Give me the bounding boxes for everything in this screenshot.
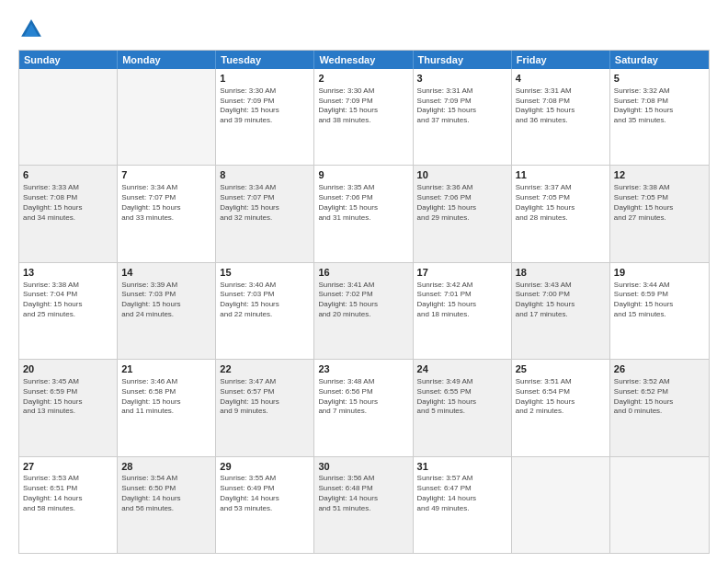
day-number: 18 <box>516 266 606 280</box>
cell-info: Sunrise: 3:37 AM Sunset: 7:05 PM Dayligh… <box>516 183 606 223</box>
calendar-cell: 16Sunrise: 3:41 AM Sunset: 7:02 PM Dayli… <box>314 263 413 359</box>
day-number: 25 <box>516 362 606 376</box>
calendar-cell: 29Sunrise: 3:55 AM Sunset: 6:49 PM Dayli… <box>216 457 314 553</box>
cell-info: Sunrise: 3:55 AM Sunset: 6:49 PM Dayligh… <box>220 474 310 513</box>
day-number: 19 <box>614 266 705 280</box>
calendar-cell: 15Sunrise: 3:40 AM Sunset: 7:03 PM Dayli… <box>216 263 314 359</box>
page: SundayMondayTuesdayWednesdayThursdayFrid… <box>0 0 728 563</box>
calendar-cell <box>512 457 610 553</box>
cell-info: Sunrise: 3:38 AM Sunset: 7:05 PM Dayligh… <box>614 183 705 223</box>
day-number: 30 <box>318 460 408 474</box>
cell-info: Sunrise: 3:31 AM Sunset: 7:08 PM Dayligh… <box>516 86 606 126</box>
day-number: 14 <box>121 266 211 280</box>
day-number: 31 <box>417 460 507 474</box>
cell-info: Sunrise: 3:30 AM Sunset: 7:09 PM Dayligh… <box>220 86 310 126</box>
cell-info: Sunrise: 3:44 AM Sunset: 6:59 PM Dayligh… <box>614 281 705 320</box>
weekday-header-sunday: Sunday <box>19 51 118 69</box>
calendar-cell <box>118 69 216 165</box>
calendar-cell: 20Sunrise: 3:45 AM Sunset: 6:59 PM Dayli… <box>19 360 118 455</box>
calendar-body: 1Sunrise: 3:30 AM Sunset: 7:09 PM Daylig… <box>19 69 709 553</box>
calendar-cell: 9Sunrise: 3:35 AM Sunset: 7:06 PM Daylig… <box>314 166 413 261</box>
cell-info: Sunrise: 3:36 AM Sunset: 7:06 PM Dayligh… <box>417 183 507 223</box>
calendar-cell: 13Sunrise: 3:38 AM Sunset: 7:04 PM Dayli… <box>19 263 118 359</box>
calendar-row-1: 6Sunrise: 3:33 AM Sunset: 7:08 PM Daylig… <box>19 165 709 261</box>
cell-info: Sunrise: 3:52 AM Sunset: 6:52 PM Dayligh… <box>614 377 705 417</box>
calendar-header: SundayMondayTuesdayWednesdayThursdayFrid… <box>19 51 709 69</box>
calendar: SundayMondayTuesdayWednesdayThursdayFrid… <box>18 50 710 554</box>
day-number: 11 <box>516 168 606 182</box>
calendar-cell: 18Sunrise: 3:43 AM Sunset: 7:00 PM Dayli… <box>512 263 610 359</box>
calendar-row-3: 20Sunrise: 3:45 AM Sunset: 6:59 PM Dayli… <box>19 359 709 455</box>
calendar-cell: 26Sunrise: 3:52 AM Sunset: 6:52 PM Dayli… <box>610 360 709 455</box>
day-number: 6 <box>23 168 113 182</box>
calendar-cell: 5Sunrise: 3:32 AM Sunset: 7:08 PM Daylig… <box>610 69 709 165</box>
calendar-cell: 2Sunrise: 3:30 AM Sunset: 7:09 PM Daylig… <box>314 69 413 165</box>
cell-info: Sunrise: 3:34 AM Sunset: 7:07 PM Dayligh… <box>121 183 211 223</box>
day-number: 4 <box>516 72 606 86</box>
cell-info: Sunrise: 3:34 AM Sunset: 7:07 PM Dayligh… <box>220 183 310 223</box>
cell-info: Sunrise: 3:32 AM Sunset: 7:08 PM Dayligh… <box>614 86 705 126</box>
day-number: 3 <box>417 72 507 86</box>
calendar-cell: 23Sunrise: 3:48 AM Sunset: 6:56 PM Dayli… <box>314 360 413 455</box>
cell-info: Sunrise: 3:31 AM Sunset: 7:09 PM Dayligh… <box>417 86 507 126</box>
logo <box>18 17 48 42</box>
day-number: 21 <box>121 362 211 376</box>
calendar-cell: 19Sunrise: 3:44 AM Sunset: 6:59 PM Dayli… <box>610 263 709 359</box>
calendar-cell: 1Sunrise: 3:30 AM Sunset: 7:09 PM Daylig… <box>216 69 314 165</box>
calendar-row-4: 27Sunrise: 3:53 AM Sunset: 6:51 PM Dayli… <box>19 456 709 553</box>
calendar-cell: 6Sunrise: 3:33 AM Sunset: 7:08 PM Daylig… <box>19 166 118 261</box>
cell-info: Sunrise: 3:38 AM Sunset: 7:04 PM Dayligh… <box>23 281 113 320</box>
calendar-cell: 7Sunrise: 3:34 AM Sunset: 7:07 PM Daylig… <box>118 166 216 261</box>
day-number: 29 <box>220 460 310 474</box>
weekday-header-wednesday: Wednesday <box>314 51 413 69</box>
day-number: 13 <box>23 266 113 280</box>
calendar-cell: 3Sunrise: 3:31 AM Sunset: 7:09 PM Daylig… <box>414 69 512 165</box>
day-number: 5 <box>614 72 705 86</box>
day-number: 9 <box>318 168 408 182</box>
cell-info: Sunrise: 3:47 AM Sunset: 6:57 PM Dayligh… <box>220 377 310 417</box>
cell-info: Sunrise: 3:40 AM Sunset: 7:03 PM Dayligh… <box>220 281 310 320</box>
cell-info: Sunrise: 3:45 AM Sunset: 6:59 PM Dayligh… <box>23 377 113 417</box>
day-number: 7 <box>121 168 211 182</box>
cell-info: Sunrise: 3:53 AM Sunset: 6:51 PM Dayligh… <box>23 474 113 513</box>
cell-info: Sunrise: 3:56 AM Sunset: 6:48 PM Dayligh… <box>318 474 408 513</box>
calendar-cell: 25Sunrise: 3:51 AM Sunset: 6:54 PM Dayli… <box>512 360 610 455</box>
day-number: 10 <box>417 168 507 182</box>
cell-info: Sunrise: 3:42 AM Sunset: 7:01 PM Dayligh… <box>417 281 507 320</box>
calendar-cell: 27Sunrise: 3:53 AM Sunset: 6:51 PM Dayli… <box>19 457 118 553</box>
cell-info: Sunrise: 3:51 AM Sunset: 6:54 PM Dayligh… <box>516 377 606 417</box>
day-number: 26 <box>614 362 705 376</box>
calendar-cell: 8Sunrise: 3:34 AM Sunset: 7:07 PM Daylig… <box>216 166 314 261</box>
weekday-header-monday: Monday <box>118 51 216 69</box>
day-number: 20 <box>23 362 113 376</box>
day-number: 8 <box>220 168 310 182</box>
cell-info: Sunrise: 3:43 AM Sunset: 7:00 PM Dayligh… <box>516 281 606 320</box>
cell-info: Sunrise: 3:35 AM Sunset: 7:06 PM Dayligh… <box>318 183 408 223</box>
logo-icon <box>18 17 44 42</box>
day-number: 24 <box>417 362 507 376</box>
cell-info: Sunrise: 3:54 AM Sunset: 6:50 PM Dayligh… <box>121 474 211 513</box>
cell-info: Sunrise: 3:33 AM Sunset: 7:08 PM Dayligh… <box>23 183 113 223</box>
calendar-cell: 21Sunrise: 3:46 AM Sunset: 6:58 PM Dayli… <box>118 360 216 455</box>
weekday-header-saturday: Saturday <box>610 51 709 69</box>
cell-info: Sunrise: 3:49 AM Sunset: 6:55 PM Dayligh… <box>417 377 507 417</box>
cell-info: Sunrise: 3:30 AM Sunset: 7:09 PM Dayligh… <box>318 86 408 126</box>
day-number: 2 <box>318 72 408 86</box>
day-number: 1 <box>220 72 310 86</box>
day-number: 23 <box>318 362 408 376</box>
day-number: 22 <box>220 362 310 376</box>
calendar-cell <box>610 457 709 553</box>
calendar-cell: 31Sunrise: 3:57 AM Sunset: 6:47 PM Dayli… <box>414 457 512 553</box>
cell-info: Sunrise: 3:57 AM Sunset: 6:47 PM Dayligh… <box>417 474 507 513</box>
day-number: 27 <box>23 460 113 474</box>
header <box>18 17 710 42</box>
calendar-cell: 30Sunrise: 3:56 AM Sunset: 6:48 PM Dayli… <box>314 457 413 553</box>
day-number: 12 <box>614 168 705 182</box>
calendar-cell: 24Sunrise: 3:49 AM Sunset: 6:55 PM Dayli… <box>414 360 512 455</box>
calendar-cell: 12Sunrise: 3:38 AM Sunset: 7:05 PM Dayli… <box>610 166 709 261</box>
day-number: 17 <box>417 266 507 280</box>
calendar-cell: 28Sunrise: 3:54 AM Sunset: 6:50 PM Dayli… <box>118 457 216 553</box>
day-number: 28 <box>121 460 211 474</box>
cell-info: Sunrise: 3:48 AM Sunset: 6:56 PM Dayligh… <box>318 377 408 417</box>
weekday-header-tuesday: Tuesday <box>216 51 314 69</box>
